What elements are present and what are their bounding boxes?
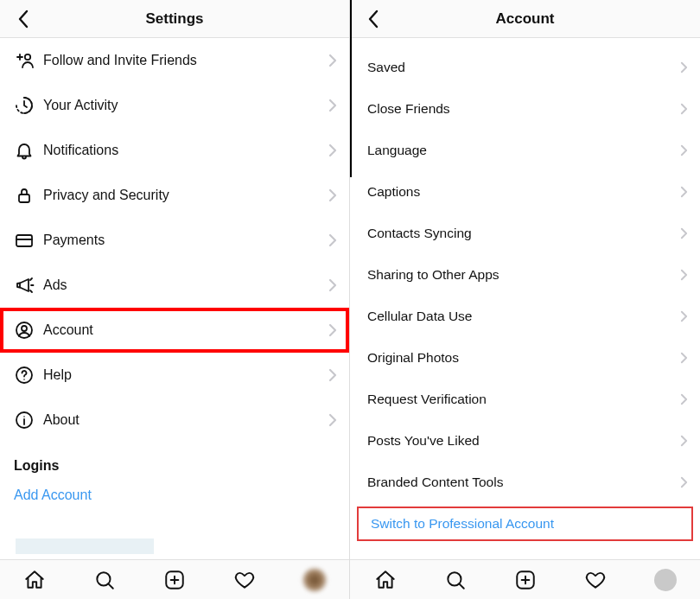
account-icon xyxy=(14,320,43,341)
svg-point-10 xyxy=(22,326,27,331)
chevron-right-icon xyxy=(680,61,688,73)
heart-icon xyxy=(584,569,607,591)
account-row-branded-content[interactable]: Branded Content Tools xyxy=(350,462,700,503)
row-label: Account xyxy=(43,322,328,338)
account-row-contacts-syncing[interactable]: Contacts Syncing xyxy=(350,213,700,254)
info-icon xyxy=(14,410,43,430)
chevron-right-icon xyxy=(328,188,337,202)
tab-create[interactable] xyxy=(508,563,543,597)
account-list: Saved Close Friends Language Captions Co… xyxy=(350,38,700,559)
tab-search[interactable] xyxy=(438,563,473,597)
account-row-request-verification[interactable]: Request Verification xyxy=(350,379,700,420)
chevron-right-icon xyxy=(680,269,688,281)
settings-row-help[interactable]: Help xyxy=(0,353,349,398)
svg-point-2 xyxy=(25,54,30,60)
account-row-captions[interactable]: Captions xyxy=(350,171,700,213)
chevron-right-icon xyxy=(328,99,337,112)
svg-rect-3 xyxy=(19,194,29,202)
row-label: Captions xyxy=(367,184,680,200)
svg-line-6 xyxy=(30,278,32,280)
row-label: Close Friends xyxy=(367,101,680,117)
settings-row-privacy[interactable]: Privacy and Security xyxy=(0,173,349,218)
row-label: Language xyxy=(367,143,680,158)
tab-create[interactable] xyxy=(157,563,192,597)
row-label: Payments xyxy=(43,233,328,248)
settings-row-follow-invite[interactable]: Follow and Invite Friends xyxy=(0,38,349,83)
account-row-original-photos[interactable]: Original Photos xyxy=(350,337,700,379)
account-screen: Account Saved Close Friends Language Cap… xyxy=(350,0,700,599)
home-icon xyxy=(374,569,397,591)
activity-icon xyxy=(14,95,43,116)
account-row-cellular[interactable]: Cellular Data Use xyxy=(350,296,700,337)
svg-rect-4 xyxy=(16,235,32,246)
tab-bar xyxy=(350,559,700,599)
row-label: Help xyxy=(43,367,328,383)
svg-line-8 xyxy=(30,290,32,292)
switch-professional-link[interactable]: Switch to Professional Account xyxy=(353,503,697,545)
account-row-language[interactable]: Language xyxy=(350,130,700,171)
tab-activity[interactable] xyxy=(578,563,613,597)
profile-avatar xyxy=(654,569,677,591)
svg-line-17 xyxy=(109,583,113,588)
settings-row-notifications[interactable]: Notifications xyxy=(0,128,349,173)
account-row-posts-liked[interactable]: Posts You've Liked xyxy=(350,420,700,462)
person-plus-icon xyxy=(14,50,43,71)
settings-row-activity[interactable]: Your Activity xyxy=(0,83,349,128)
back-button[interactable] xyxy=(9,0,38,38)
chevron-left-icon xyxy=(367,10,379,29)
chevron-left-icon xyxy=(17,10,29,29)
account-header: Account xyxy=(350,0,700,38)
svg-point-12 xyxy=(23,379,25,380)
account-title: Account xyxy=(496,10,555,28)
row-label: Branded Content Tools xyxy=(367,475,680,490)
obscured-text xyxy=(16,538,154,554)
tab-profile[interactable] xyxy=(297,563,332,597)
row-label: Switch to Professional Account xyxy=(371,516,684,532)
add-account-link[interactable]: Add Account xyxy=(0,479,349,520)
row-label: Saved xyxy=(367,60,680,75)
settings-row-account[interactable]: Account xyxy=(0,308,349,353)
account-row-sharing[interactable]: Sharing to Other Apps xyxy=(350,254,700,296)
settings-row-about[interactable]: About xyxy=(0,398,349,443)
tab-profile[interactable] xyxy=(648,563,683,597)
settings-row-ads[interactable]: Ads xyxy=(0,263,349,308)
megaphone-icon xyxy=(14,275,43,296)
settings-row-payments[interactable]: Payments xyxy=(0,218,349,263)
search-icon xyxy=(444,569,467,591)
help-icon xyxy=(14,365,43,386)
row-label: Posts You've Liked xyxy=(367,433,680,449)
account-row-saved[interactable]: Saved xyxy=(350,47,700,88)
row-label: Privacy and Security xyxy=(43,188,328,203)
svg-line-22 xyxy=(459,583,463,588)
heart-icon xyxy=(233,569,256,591)
chevron-right-icon xyxy=(328,233,337,247)
tab-home[interactable] xyxy=(17,563,52,597)
row-label: Ads xyxy=(43,277,328,293)
logins-section-title: Logins xyxy=(0,443,349,479)
back-button[interactable] xyxy=(359,0,388,38)
chevron-right-icon xyxy=(328,323,337,337)
settings-list: Follow and Invite Friends Your Activity … xyxy=(0,38,349,559)
row-label: Sharing to Other Apps xyxy=(367,267,680,283)
bell-icon xyxy=(14,140,43,161)
row-label: Follow and Invite Friends xyxy=(43,53,328,68)
lock-icon xyxy=(14,185,43,206)
chevron-right-icon xyxy=(680,393,688,405)
home-icon xyxy=(23,569,46,591)
svg-point-14 xyxy=(23,416,25,417)
account-row-close-friends[interactable]: Close Friends xyxy=(350,88,700,130)
chevron-right-icon xyxy=(328,413,337,427)
row-label: Contacts Syncing xyxy=(367,226,680,241)
row-label: Notifications xyxy=(43,143,328,158)
search-icon xyxy=(93,569,116,591)
chevron-right-icon xyxy=(680,476,688,488)
chevron-right-icon xyxy=(680,352,688,364)
settings-screen: Settings Follow and Invite Friends Your … xyxy=(0,0,350,599)
row-label: Request Verification xyxy=(367,392,680,407)
tab-search[interactable] xyxy=(87,563,122,597)
tab-home[interactable] xyxy=(368,563,403,597)
tab-activity[interactable] xyxy=(227,563,262,597)
chevron-right-icon xyxy=(680,310,688,322)
chevron-right-icon xyxy=(328,143,337,157)
row-label: Original Photos xyxy=(367,350,680,366)
